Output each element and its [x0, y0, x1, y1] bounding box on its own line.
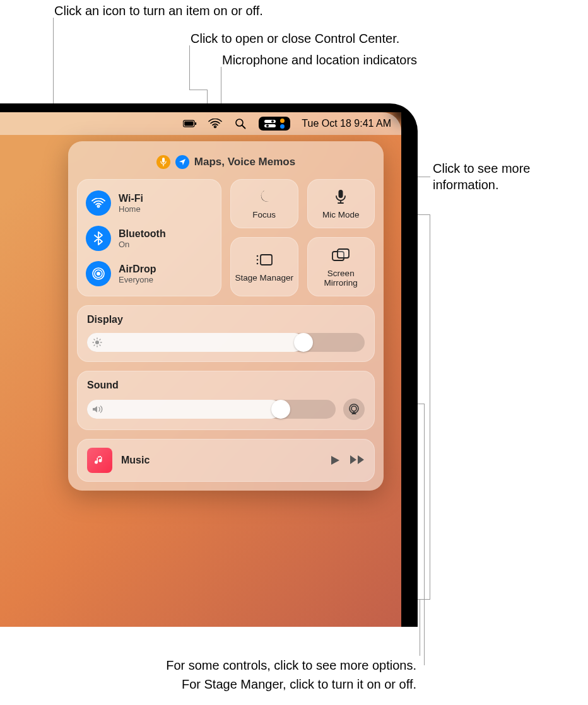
screen-mirroring-tile[interactable]: Screen Mirroring	[307, 237, 375, 296]
svg-line-27	[100, 339, 100, 340]
wifi-icon[interactable]	[208, 117, 222, 131]
airdrop-icon	[86, 261, 111, 286]
svg-point-6	[271, 120, 274, 123]
spotlight-search-icon[interactable]	[233, 117, 247, 131]
location-indicator-dot	[280, 124, 285, 129]
svg-point-17	[256, 263, 258, 265]
callout-line	[189, 45, 190, 90]
privacy-indicator-row[interactable]: Maps, Voice Memos	[77, 155, 375, 169]
svg-point-20	[95, 341, 99, 344]
focus-tile[interactable]: Focus	[230, 179, 298, 228]
moon-icon	[255, 187, 274, 206]
airplay-icon	[348, 404, 360, 415]
svg-point-10	[97, 272, 100, 276]
screen-mirroring-icon	[331, 246, 350, 265]
focus-label: Focus	[252, 210, 276, 220]
connectivity-tile[interactable]: Wi-Fi Home Bluetooth On	[77, 179, 221, 296]
wifi-subtitle: Home	[119, 204, 143, 214]
screen-mirroring-label: Screen Mirroring	[310, 269, 373, 288]
bluetooth-toggle[interactable]: Bluetooth On	[86, 221, 213, 256]
callout-line	[420, 599, 420, 656]
mic-indicator-dot	[280, 119, 285, 123]
svg-line-26	[100, 345, 100, 346]
control-center-panel: Maps, Voice Memos Wi-Fi Home	[68, 141, 384, 491]
bluetooth-icon	[86, 226, 111, 251]
sound-slider[interactable]	[87, 400, 336, 419]
music-app-icon	[87, 448, 112, 473]
mic-mode-label: Mic Mode	[322, 210, 360, 220]
svg-rect-14	[261, 255, 272, 265]
svg-point-8	[266, 125, 269, 127]
menubar-datetime[interactable]: Tue Oct 18 9:41 AM	[302, 118, 391, 129]
airdrop-toggle[interactable]: AirDrop Everyone	[86, 256, 213, 291]
svg-rect-1	[184, 122, 193, 126]
bluetooth-subtitle: On	[119, 240, 166, 249]
callout-stage-manager-note: For Stage Manger, click to turn it on or…	[63, 676, 416, 692]
svg-rect-7	[264, 124, 276, 127]
svg-rect-19	[338, 249, 349, 258]
device-frame: Tue Oct 18 9:41 AM Maps, Voice Memos	[0, 103, 418, 627]
svg-rect-9	[162, 158, 165, 163]
callout-mic-location: Microphone and location indicators	[222, 52, 417, 68]
desktop-screen: Tue Oct 18 9:41 AM Maps, Voice Memos	[0, 112, 401, 627]
display-slider[interactable]	[87, 333, 365, 352]
brightness-low-icon	[92, 337, 103, 347]
wifi-toggle[interactable]: Wi-Fi Home	[86, 185, 213, 221]
callout-line	[189, 90, 207, 90]
privacy-apps-label: Maps, Voice Memos	[194, 156, 295, 168]
play-icon	[329, 455, 341, 466]
callout-more-info: Click to see more information.	[433, 160, 578, 193]
callout-toggle-icon: Click an icon to turn an item on or off.	[54, 3, 263, 19]
next-track-button[interactable]	[350, 455, 365, 466]
wifi-title: Wi-Fi	[119, 193, 143, 204]
stage-manager-tile[interactable]: Stage Manager	[230, 237, 298, 296]
music-title: Music	[121, 455, 320, 466]
display-title: Display	[87, 314, 365, 325]
airdrop-title: AirDrop	[119, 264, 156, 275]
play-button[interactable]	[329, 455, 341, 466]
callout-line	[424, 404, 425, 665]
airdrop-subtitle: Everyone	[119, 275, 156, 284]
battery-icon[interactable]	[183, 117, 197, 131]
sound-slider-knob[interactable]	[271, 400, 290, 419]
svg-rect-13	[339, 190, 343, 198]
svg-point-3	[236, 119, 243, 126]
bluetooth-title: Bluetooth	[119, 228, 166, 240]
svg-line-4	[242, 125, 245, 129]
svg-line-25	[94, 339, 95, 340]
stage-manager-icon	[255, 250, 274, 269]
svg-rect-5	[264, 120, 276, 123]
microphone-icon	[331, 187, 350, 206]
stage-manager-label: Stage Manager	[235, 273, 293, 283]
callout-open-close: Click to open or close Control Center.	[191, 30, 399, 47]
speaker-icon	[92, 405, 103, 414]
callout-more-options: For some controls, click to see more opt…	[63, 657, 416, 673]
control-center-button[interactable]	[259, 117, 290, 131]
microphone-indicator-icon	[156, 155, 170, 169]
sound-title: Sound	[87, 380, 365, 391]
forward-icon	[350, 455, 365, 465]
sound-tile[interactable]: Sound	[77, 371, 375, 430]
display-slider-knob[interactable]	[294, 333, 313, 352]
menubar: Tue Oct 18 9:41 AM	[0, 112, 401, 135]
control-center-icon	[264, 120, 276, 127]
now-playing-tile[interactable]: Music	[77, 439, 375, 482]
display-tile[interactable]: Display	[77, 305, 375, 362]
svg-point-15	[256, 255, 258, 257]
svg-rect-2	[195, 122, 196, 125]
wifi-icon	[86, 190, 111, 216]
svg-line-28	[94, 345, 95, 346]
svg-point-30	[351, 406, 356, 411]
airplay-audio-button[interactable]	[343, 399, 365, 420]
mic-mode-tile[interactable]: Mic Mode	[307, 179, 375, 228]
location-indicator-icon	[175, 155, 189, 169]
callout-line	[430, 214, 430, 599]
svg-point-16	[256, 259, 258, 261]
